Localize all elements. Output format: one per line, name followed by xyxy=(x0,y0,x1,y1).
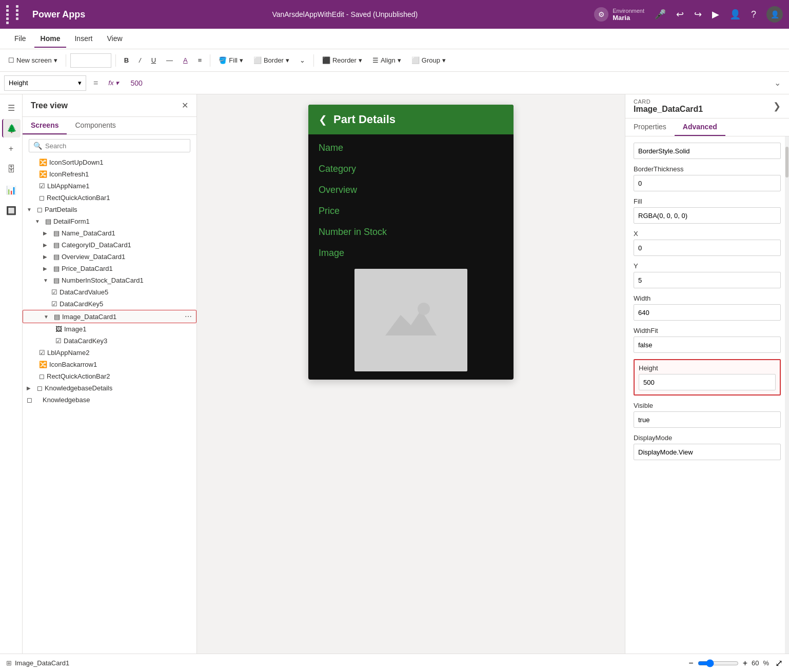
list-item[interactable]: ☑ DataCardKey5 xyxy=(23,298,196,310)
icon-bar-tree[interactable]: 🌲 xyxy=(2,119,21,137)
font-selector[interactable] xyxy=(70,53,111,68)
fx-chevron: ▾ xyxy=(115,79,119,87)
list-item[interactable]: ☑ DataCardKey3 xyxy=(23,335,196,347)
menu-insert[interactable]: Insert xyxy=(68,30,98,48)
fullscreen-button[interactable]: ⤢ xyxy=(775,658,783,669)
zoom-out-button[interactable]: − xyxy=(688,659,693,668)
list-item[interactable]: ☑ LblAppName2 xyxy=(23,347,196,359)
list-item[interactable]: 🔀 IconRefresh1 xyxy=(23,168,196,180)
x-input[interactable] xyxy=(634,240,781,256)
icon-bar-components[interactable]: 🔲 xyxy=(2,201,21,220)
tree-tab-components[interactable]: Components xyxy=(67,117,124,134)
group-button[interactable]: ⬜ Group ▾ xyxy=(407,54,450,66)
underline-button[interactable]: U xyxy=(147,54,160,66)
list-item[interactable]: ▶ ▤ CategoryID_DataCard1 xyxy=(23,239,196,251)
border-icon: ⬜ xyxy=(253,56,262,64)
list-item[interactable]: ▶ ▤ Name_DataCard1 xyxy=(23,227,196,239)
italic-button[interactable]: / xyxy=(135,54,145,66)
menu-file[interactable]: File xyxy=(8,30,32,48)
bold-button[interactable]: B xyxy=(120,54,133,66)
list-item[interactable]: 🔀 IconSortUpDown1 xyxy=(23,156,196,168)
undo-button[interactable]: ↩ xyxy=(674,7,686,22)
displaymode-input[interactable] xyxy=(634,444,781,460)
icon-bar-add[interactable]: + xyxy=(2,140,21,158)
list-item[interactable]: ▼ ▤ DetailForm1 xyxy=(23,215,196,227)
border-button[interactable]: ⬜ Border ▾ xyxy=(249,54,293,66)
panel-expand-button[interactable]: ❯ xyxy=(773,101,781,112)
widthfit-input[interactable] xyxy=(634,337,781,353)
list-item[interactable]: ☑ DataCardValue5 xyxy=(23,286,196,298)
height-input[interactable] xyxy=(639,374,776,390)
back-icon[interactable]: ❮ xyxy=(319,113,327,126)
tree-item-label: Name_DataCard1 xyxy=(62,229,192,237)
lbl2-icon: ☑ xyxy=(39,349,45,357)
align-group-button[interactable]: ☰ Align ▾ xyxy=(368,54,405,66)
menu-view[interactable]: View xyxy=(101,30,128,48)
list-item[interactable]: 🖼 Image1 xyxy=(23,323,196,335)
list-item[interactable]: ◻ RectQuickActionBar2 xyxy=(23,370,196,382)
scroll-track[interactable] xyxy=(785,136,789,654)
borderthickness-input[interactable] xyxy=(634,175,781,191)
more-button[interactable]: ⌄ xyxy=(295,54,309,66)
list-item[interactable]: ▼ ▤ NumberInStock_DataCard1 xyxy=(23,274,196,286)
prop-width: Width xyxy=(634,294,781,321)
environment-info: ⚙ Environment Maria xyxy=(594,7,644,22)
fill-button[interactable]: 🪣 Fill ▾ xyxy=(214,54,247,66)
width-input[interactable] xyxy=(634,304,781,321)
font-color-button[interactable]: A xyxy=(179,54,192,66)
menu-home[interactable]: Home xyxy=(34,30,67,48)
borderstyle-value[interactable]: BorderStyle.Solid xyxy=(634,143,781,159)
dc-img-icon: ▤ xyxy=(54,313,60,321)
waffle-icon[interactable] xyxy=(6,5,24,24)
height-label: Height xyxy=(639,364,776,372)
list-item[interactable]: 🔀 IconBackarrow1 xyxy=(23,359,196,370)
reorder-button[interactable]: ⬛ Reorder ▾ xyxy=(318,54,366,66)
prop-borderstyle: BorderStyle.Solid xyxy=(634,143,781,159)
list-item[interactable]: ☑ LblAppName1 xyxy=(23,180,196,192)
search-icon: 🔍 xyxy=(33,142,42,150)
list-item[interactable]: ◻ RectQuickActionBar1 xyxy=(23,192,196,204)
mic-button[interactable]: 🎤 xyxy=(653,7,668,22)
top-bar: Power Apps VanArsdelAppWithEdit - Saved … xyxy=(0,0,789,29)
visible-input[interactable] xyxy=(634,411,781,428)
tree-tabs: Screens Components xyxy=(23,117,196,135)
image-placeholder xyxy=(354,269,467,371)
tree-close-button[interactable]: ✕ xyxy=(182,101,188,110)
formula-input[interactable] xyxy=(126,79,766,87)
formula-property[interactable]: Height ▾ xyxy=(4,75,86,91)
new-screen-button[interactable]: ☐ New screen ▾ xyxy=(4,54,62,66)
item-context-menu[interactable]: ⋯ xyxy=(185,312,192,321)
icon-bar-menu[interactable]: ☰ xyxy=(2,98,21,117)
list-item[interactable]: ▼ ◻ PartDetails xyxy=(23,204,196,215)
zoom-value: 60 xyxy=(752,659,759,667)
fill-input[interactable] xyxy=(634,207,781,224)
help-button[interactable]: ? xyxy=(749,7,758,22)
tab-advanced[interactable]: Advanced xyxy=(675,118,725,136)
tree-tab-screens[interactable]: Screens xyxy=(23,117,67,134)
align-group-icon: ☰ xyxy=(372,56,379,64)
tab-properties[interactable]: Properties xyxy=(625,118,675,136)
list-item[interactable]: ▶ ▤ Overview_DataCard1 xyxy=(23,251,196,263)
list-item[interactable]: ▶ ◻ KnowledgebaseDetails xyxy=(23,382,196,394)
icon-bar-data[interactable]: 🗄 xyxy=(2,160,21,179)
user-button[interactable]: 👤 xyxy=(727,7,743,22)
play-button[interactable]: ▶ xyxy=(710,7,721,22)
list-item[interactable]: ▶ ▤ Price_DataCard1 xyxy=(23,263,196,274)
field-image: Image xyxy=(319,248,503,259)
icon-bar-variables[interactable]: 📊 xyxy=(2,181,21,199)
search-input[interactable] xyxy=(45,142,186,150)
y-input[interactable] xyxy=(634,272,781,288)
formula-fx-button[interactable]: fx ▾ xyxy=(105,79,122,87)
list-item[interactable]: ▼ ▤ Image_DataCard1 ⋯ xyxy=(23,310,196,323)
align-button[interactable]: ≡ xyxy=(194,54,206,66)
redo-button[interactable]: ↪ xyxy=(692,7,704,22)
app-content: Name Category Overview Price Number in S… xyxy=(308,134,514,380)
doc-title: VanArsdelAppWithEdit - Saved (Unpublishe… xyxy=(272,10,418,18)
formula-expand-button[interactable]: ⌄ xyxy=(770,78,785,88)
strikethrough-button[interactable]: — xyxy=(162,54,177,66)
tree-item-label: KnowledgebaseDetails xyxy=(45,384,192,392)
avatar[interactable]: 👤 xyxy=(766,6,783,23)
zoom-slider[interactable] xyxy=(698,659,739,667)
list-item[interactable]: ◻ Knowledgebase xyxy=(23,394,196,406)
zoom-in-button[interactable]: + xyxy=(743,659,747,668)
